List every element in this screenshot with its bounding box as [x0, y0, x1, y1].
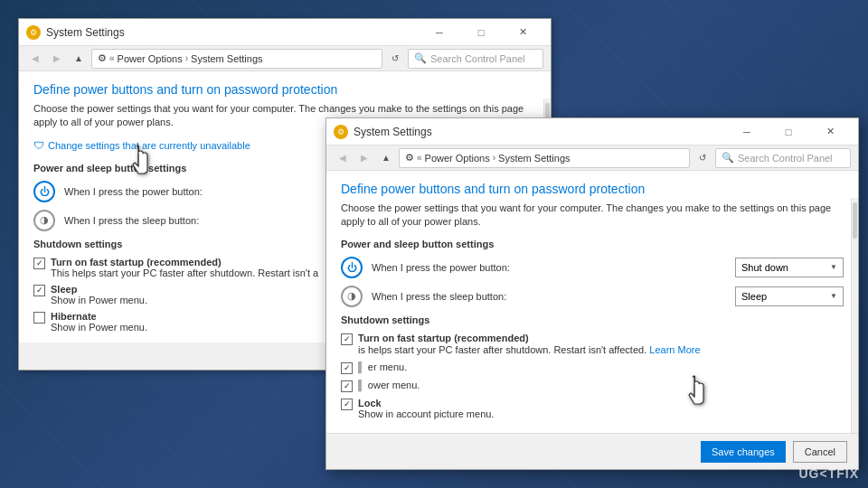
fg-scroll-thumb	[853, 202, 857, 239]
fg-title-left: ⚙ System Settings	[334, 125, 432, 139]
bg-minimize-button[interactable]: ─	[419, 19, 460, 46]
fg-search-box: 🔍 Search Control Panel	[715, 148, 851, 168]
bg-search-icon: 🔍	[414, 52, 427, 64]
bg-up-button[interactable]: ▲	[70, 50, 88, 68]
fg-sleep-label: When I press the sleep button:	[372, 291, 726, 302]
fg-shutdown-section: Shutdown settings Turn on fast startup (…	[341, 314, 844, 419]
fg-scrollbar[interactable]	[851, 198, 858, 433]
bg-power-icon: ⏻	[33, 181, 55, 202]
fg-lock-checkbox[interactable]	[341, 399, 353, 410]
fg-fast-startup-title: Turn on fast startup (recommended)	[358, 333, 844, 343]
fg-fast-startup-row: Turn on fast startup (recommended) is he…	[341, 333, 844, 356]
fg-sleep-checkbox[interactable]	[341, 362, 353, 374]
fg-shutdown-title: Shutdown settings	[341, 314, 844, 325]
fg-hibernate-row: ▌ ower menu.	[341, 380, 844, 392]
fg-page-title: Define power buttons and turn on passwor…	[341, 182, 844, 196]
fg-learn-more-link[interactable]: Learn More	[649, 344, 700, 355]
fg-sleep-check-row: ▌ er menu.	[341, 361, 844, 374]
fg-power-dropdown-arrow: ▼	[830, 263, 837, 271]
bg-search-placeholder: Search Control Panel	[430, 53, 525, 64]
fg-minimize-button[interactable]: ─	[726, 118, 768, 145]
fg-back-button[interactable]: ◀	[334, 149, 352, 167]
fg-fast-startup-checkbox[interactable]	[341, 333, 353, 345]
fg-lock-title: Lock	[358, 398, 844, 408]
bg-maximize-button[interactable]: □	[460, 19, 502, 46]
bg-sleep-icon: ◑	[33, 210, 55, 231]
bg-back-button[interactable]: ◀	[26, 50, 44, 68]
fg-hibernate-partial: ▌ ower menu.	[358, 380, 844, 390]
fg-title-bar: ⚙ System Settings ─ □ ✕	[326, 118, 858, 145]
bg-title-left: ⚙ System Settings	[26, 25, 125, 40]
fg-breadcrumb-settings[interactable]: System Settings	[498, 153, 570, 164]
bg-hibernate-checkbox[interactable]	[33, 312, 45, 324]
fg-sleep-dropdown-arrow: ▼	[830, 292, 837, 300]
fg-up-button[interactable]: ▲	[377, 149, 395, 167]
bg-page-title: Define power buttons and turn on passwor…	[33, 82, 536, 97]
fg-nav-bar: ◀ ▶ ▲ ⚙ « Power Options › System Setting…	[326, 145, 858, 171]
bg-search-box: 🔍 Search Control Panel	[408, 49, 543, 69]
bg-breadcrumb-settings[interactable]: System Settings	[191, 53, 262, 64]
bg-app-icon: ⚙	[26, 25, 41, 40]
bg-shield-icon: 🛡	[33, 139, 44, 152]
fg-close-button[interactable]: ✕	[809, 118, 851, 145]
fg-sleep-partial: ▌ er menu.	[358, 361, 844, 372]
fg-content: Define power buttons and turn on passwor…	[326, 171, 858, 433]
fg-page-desc: Choose the power settings that you want …	[341, 202, 844, 230]
fg-title-text: System Settings	[354, 126, 432, 138]
bg-nav-bar: ◀ ▶ ▲ ⚙ « Power Options › System Setting…	[19, 46, 551, 71]
fg-maximize-button[interactable]: □	[768, 118, 809, 145]
bg-title-controls: ─ □ ✕	[419, 19, 543, 46]
watermark: UG<TFIX	[798, 466, 859, 481]
fg-sleep-icon: ◑	[341, 286, 363, 307]
fg-refresh-button[interactable]: ↺	[693, 149, 712, 167]
fg-breadcrumb: ⚙ « Power Options › System Settings	[399, 148, 690, 168]
bg-forward-button[interactable]: ▶	[48, 50, 66, 68]
fg-breadcrumb-icon: ⚙	[405, 152, 414, 164]
fg-search-placeholder: Search Control Panel	[738, 153, 833, 164]
fg-power-dropdown[interactable]: Shut down ▼	[735, 258, 844, 277]
bg-title-text: System Settings	[46, 26, 125, 39]
bg-breadcrumb-power[interactable]: Power Options	[118, 53, 183, 64]
fg-app-icon: ⚙	[334, 125, 348, 139]
bg-sleep-checkbox[interactable]	[33, 285, 45, 296]
fg-sleep-button-row: ◑ When I press the sleep button: Sleep ▼	[341, 286, 844, 307]
bg-breadcrumb: ⚙ « Power Options › System Settings	[91, 49, 382, 69]
fg-hibernate-checkbox[interactable]	[341, 380, 353, 392]
fg-forward-button[interactable]: ▶	[355, 149, 373, 167]
bg-fast-startup-checkbox[interactable]	[33, 258, 45, 269]
fg-save-button[interactable]: Save changes	[701, 441, 786, 463]
fg-power-icon: ⏻	[341, 257, 363, 278]
fg-lock-row: Lock Show in account picture menu.	[341, 398, 844, 419]
bg-title-bar: ⚙ System Settings ─ □ ✕	[19, 19, 551, 46]
fg-cancel-button[interactable]: Cancel	[793, 441, 847, 463]
fg-bottom-bar: Save changes Cancel	[326, 433, 858, 469]
bg-close-button[interactable]: ✕	[502, 19, 543, 46]
fg-search-icon: 🔍	[722, 152, 734, 164]
fg-breadcrumb-power[interactable]: Power Options	[425, 153, 490, 164]
fg-title-controls: ─ □ ✕	[726, 118, 851, 145]
bg-refresh-button[interactable]: ↺	[386, 50, 404, 68]
fg-power-button-row: ⏻ When I press the power button: Shut do…	[341, 257, 844, 278]
fg-fast-startup-desc: is helps start your PC faster after shut…	[358, 344, 701, 355]
bg-breadcrumb-icon: ⚙	[98, 52, 107, 64]
fg-lock-desc: Show in account picture menu.	[358, 408, 844, 419]
fg-power-section-title: Power and sleep button settings	[341, 239, 844, 249]
fg-sleep-dropdown[interactable]: Sleep ▼	[735, 286, 844, 306]
foreground-window: ⚙ System Settings ─ □ ✕ ◀ ▶ ▲ ⚙ « Power …	[326, 117, 859, 470]
fg-power-label: When I press the power button:	[372, 262, 726, 273]
